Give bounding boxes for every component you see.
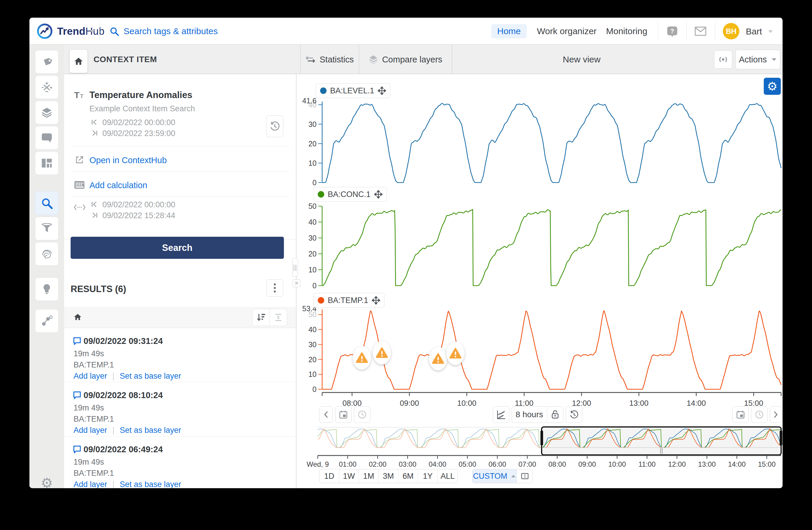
duration-button[interactable]: 8 hours xyxy=(512,407,547,422)
add-layer-link[interactable]: Add layer xyxy=(74,426,107,435)
layers-icon xyxy=(41,107,52,118)
result-title: 09/02/2022 06:49:24 xyxy=(84,445,163,454)
compare-layers-button[interactable]: Compare layers xyxy=(359,45,452,74)
mail-icon[interactable] xyxy=(694,26,707,38)
actions-button[interactable]: Actions xyxy=(736,50,780,69)
set-base-layer-link[interactable]: Set as base layer xyxy=(120,372,181,381)
end-clock-button[interactable] xyxy=(751,406,768,423)
search-icon xyxy=(41,197,53,209)
collapse-rows-icon xyxy=(274,313,282,322)
custom-label: CUSTOM xyxy=(473,472,508,481)
home-icon[interactable] xyxy=(74,313,82,322)
result-item[interactable]: 09/02/2022 06:49:24 19m 49s BA:TEMP.1 Ad… xyxy=(64,436,296,488)
open-in-contexthub-link[interactable]: Open in ContextHub xyxy=(89,155,167,165)
legend-chip-ba-level-1[interactable]: BA:LEVEL.1 xyxy=(316,83,390,98)
preset-6m[interactable]: 6M xyxy=(398,469,418,483)
math-operators-icon xyxy=(41,82,52,93)
preset-all[interactable]: ALL xyxy=(438,469,458,483)
preset-1w[interactable]: 1W xyxy=(339,469,359,483)
panel-close-button[interactable]: ✕ xyxy=(293,279,300,287)
sidebar-item-calculations[interactable] xyxy=(35,75,59,99)
sidebar-item-recommendations[interactable] xyxy=(35,277,59,301)
gear-icon: ⚙ xyxy=(41,475,53,488)
calendar-icon xyxy=(339,410,348,419)
set-base-layer-link[interactable]: Set as base layer xyxy=(120,426,181,435)
end-calendar-button[interactable] xyxy=(732,406,749,423)
lock-icon xyxy=(551,410,559,419)
custom-range-button[interactable]: CUSTOM xyxy=(473,469,517,483)
sidebar-item-relations[interactable] xyxy=(35,309,59,333)
sidebar-item-dashboard[interactable] xyxy=(35,151,59,175)
sidebar-item-comments[interactable] xyxy=(35,126,59,150)
result-item[interactable]: 09/02/2022 09:31:24 19m 49s BA:TEMP.1 Ad… xyxy=(64,328,296,382)
user-caret-icon[interactable] xyxy=(767,29,774,35)
network-nodes-icon xyxy=(41,315,53,327)
panel-header-title: CONTEXT ITEM xyxy=(93,45,157,74)
result-item[interactable]: 09/02/2022 08:10:24 19m 49s BA:TEMP.1 Ad… xyxy=(64,382,296,436)
history-button[interactable] xyxy=(266,115,283,137)
warning-badge[interactable] xyxy=(353,346,371,369)
preset-3m[interactable]: 3M xyxy=(379,469,398,483)
range-start-datetime: 09/02/2022 00:00:00 xyxy=(102,200,175,209)
warning-badge[interactable] xyxy=(373,341,391,364)
add-layer-link[interactable]: Add layer xyxy=(74,372,107,381)
tab-monitoring[interactable]: Monitoring xyxy=(600,24,653,38)
sidebar-item-layers[interactable] xyxy=(35,101,59,124)
preset-1d[interactable]: 1D xyxy=(319,469,339,483)
statistics-label: Statistics xyxy=(319,55,354,65)
add-calculation-link[interactable]: Add calculation xyxy=(89,181,147,190)
collapse-rows-button[interactable] xyxy=(270,309,287,326)
brush-handle-right[interactable] xyxy=(780,431,782,446)
context-home-button[interactable] xyxy=(70,50,88,73)
help-icon[interactable]: ? xyxy=(666,25,679,40)
move-icon[interactable] xyxy=(372,296,380,305)
panel-splitter-handle[interactable]: || xyxy=(292,258,298,277)
divider xyxy=(71,146,289,147)
series-dot xyxy=(318,297,324,304)
preset-1m[interactable]: 1M xyxy=(359,469,379,483)
start-calendar-button[interactable] xyxy=(335,406,351,423)
set-base-layer-link[interactable]: Set as base layer xyxy=(120,480,181,488)
search-button[interactable]: Search xyxy=(71,237,284,259)
results-menu-button[interactable] xyxy=(266,279,283,296)
sort-descending-button[interactable] xyxy=(253,309,270,326)
start-clock-button[interactable] xyxy=(354,406,371,423)
legend-chip-ba-conc-1[interactable]: BA:CONC.1 xyxy=(313,187,387,202)
brush-handle-left[interactable] xyxy=(540,431,543,446)
brand-caret-icon[interactable] xyxy=(89,29,96,35)
warning-badge[interactable] xyxy=(429,347,447,371)
sidebar-item-filter[interactable] xyxy=(35,217,59,240)
minimap-tick-label: 09:00 xyxy=(578,460,596,468)
move-icon[interactable] xyxy=(374,190,382,198)
comment-icon xyxy=(73,337,81,346)
tab-home[interactable]: Home xyxy=(491,24,527,38)
broadcast-button[interactable] xyxy=(714,50,732,69)
sidebar-item-fingerprint[interactable] xyxy=(35,242,59,266)
chart-settings-button[interactable]: ⚙ xyxy=(764,78,781,95)
pan-left-button[interactable] xyxy=(319,406,333,423)
warning-badge[interactable] xyxy=(446,341,465,365)
settings-button[interactable]: ⚙ xyxy=(35,471,59,488)
duration-lock-button[interactable] xyxy=(547,407,563,422)
trend-charts-canvas[interactable]: 01020304041.6010203040500102030405053.40… xyxy=(300,74,783,488)
monitoring-stairs-button[interactable] xyxy=(493,406,509,423)
y-tick-label: 30 xyxy=(308,340,317,349)
preset-1y[interactable]: 1Y xyxy=(418,469,438,483)
pan-right-button[interactable] xyxy=(770,406,782,423)
y-max-label: 41.6 xyxy=(302,97,317,105)
reset-time-button[interactable] xyxy=(566,406,582,423)
home-icon xyxy=(74,57,83,66)
tab-work-organizer[interactable]: Work organizer xyxy=(531,24,603,38)
avatar[interactable]: BH xyxy=(723,23,739,40)
sidebar-item-tags[interactable] xyxy=(35,50,59,74)
fit-range-button[interactable] xyxy=(517,469,533,483)
legend-chip-ba-temp-1[interactable]: BA:TEMP.1 xyxy=(313,293,385,308)
context-start-datetime: 09/02/2022 00:00:00 xyxy=(102,118,175,127)
move-icon[interactable] xyxy=(378,86,386,95)
statistics-button[interactable]: Statistics xyxy=(300,45,359,74)
search-input[interactable] xyxy=(124,25,388,38)
sidebar-item-search[interactable] xyxy=(35,191,59,215)
warning-triangle-icon xyxy=(356,352,368,363)
add-layer-link[interactable]: Add layer xyxy=(74,480,107,488)
user-name[interactable]: Bart xyxy=(746,27,762,37)
